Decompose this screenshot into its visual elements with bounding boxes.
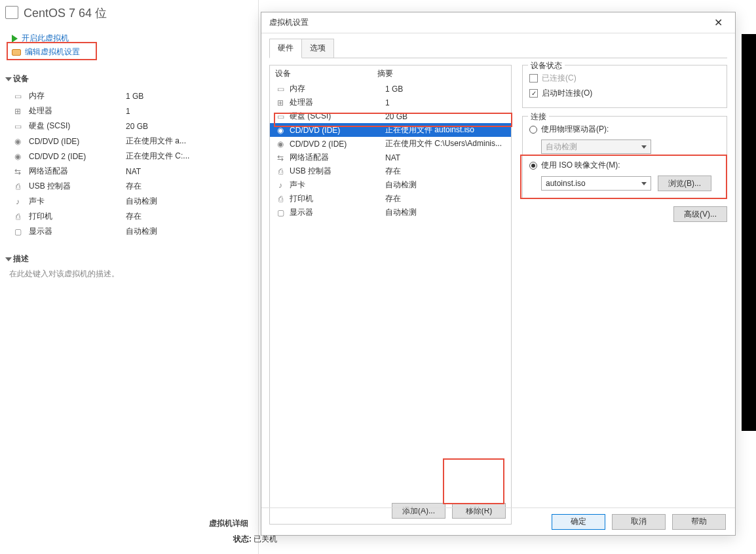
device-icon [12, 227, 24, 236]
device-settings-pane: 设备状态 已连接(C) ✓ 启动时连接(O) 连接 使用物理驱动器(P): 自动… [512, 65, 727, 525]
hw-name: 显示器 [290, 207, 381, 218]
vm-settings-dialog: 虚拟机设置 ✕ 硬件 选项 设备 摘要 内存 1 GB 处理器 1 硬盘 (SC… [261, 12, 736, 536]
hw-name: USB 控制器 [290, 166, 381, 177]
hardware-row[interactable]: CD/DVD (IDE) 正在使用文件 autoinst.iso [270, 123, 511, 137]
connected-checkbox-row: 已连接(C) [529, 71, 720, 86]
device-icon [12, 182, 24, 191]
hardware-row[interactable]: USB 控制器 存在 [270, 164, 511, 178]
hw-name: 声卡 [290, 179, 381, 191]
advanced-button[interactable]: 高级(V)... [673, 206, 727, 222]
hardware-row[interactable]: 硬盘 (SCSI) 20 GB [270, 109, 511, 123]
hw-summary: 1 [385, 98, 506, 107]
hardware-row[interactable]: 处理器 1 [270, 96, 511, 109]
collapse-icon [5, 77, 12, 81]
device-state-legend: 设备状态 [528, 60, 565, 71]
device-icon [12, 92, 24, 101]
hardware-list[interactable]: 内存 1 GB 处理器 1 硬盘 (SCSI) 20 GB CD/DVD (ID… [270, 82, 511, 498]
hw-summary: 自动检测 [385, 179, 506, 191]
device-icon [12, 137, 24, 146]
connection-group: 连接 使用物理驱动器(P): 自动检测 使用 ISO 映像文件(M): auto… [522, 116, 727, 198]
use-physical-radio[interactable]: 使用物理驱动器(P): [529, 122, 720, 137]
device-value: 自动检测 [126, 226, 157, 237]
checkbox-icon [529, 74, 538, 83]
device-icon [275, 194, 286, 204]
device-icon [12, 152, 24, 161]
description-header[interactable]: 描述 [7, 253, 258, 265]
device-row[interactable]: 声卡 自动检测 [12, 194, 258, 209]
physical-drive-combo: 自动检测 [541, 139, 651, 154]
device-icon [275, 112, 286, 121]
device-row[interactable]: 网络适配器 NAT [12, 164, 258, 179]
device-name: 打印机 [29, 211, 121, 222]
vm-title: CentOS 7 64 位 [24, 5, 107, 21]
device-name: 处理器 [29, 105, 121, 117]
use-iso-radio[interactable]: 使用 ISO 映像文件(M): [529, 158, 720, 173]
description-placeholder[interactable]: 在此处键入对该虚拟机的描述。 [7, 268, 258, 280]
col-device: 设备 [275, 68, 377, 79]
device-name: 显示器 [29, 226, 121, 237]
checkbox-icon: ✓ [529, 89, 538, 98]
hw-name: 处理器 [290, 97, 381, 108]
hw-summary: 正在使用文件 C:\Users\Adminis... [385, 138, 506, 149]
cancel-button[interactable]: 取消 [612, 514, 666, 530]
device-value: 存在 [126, 181, 142, 192]
vm-tab-icon [7, 7, 18, 19]
hardware-row[interactable]: 打印机 存在 [270, 192, 511, 206]
vm-summary-panel: CentOS 7 64 位 开启此虚拟机 编辑虚拟机设置 设备 内存 1 GB … [0, 0, 259, 554]
device-value: 1 [126, 107, 130, 116]
device-state-group: 设备状态 已连接(C) ✓ 启动时连接(O) [522, 65, 727, 108]
device-icon [12, 167, 24, 176]
vm-details-header[interactable]: 虚拟机详细 [206, 518, 248, 529]
device-row[interactable]: CD/DVD (IDE) 正在使用文件 a... [12, 134, 258, 149]
edit-settings-label: 编辑虚拟机设置 [25, 46, 80, 58]
hw-name: CD/DVD 2 (IDE) [290, 139, 381, 149]
collapse-icon [5, 257, 12, 261]
iso-path-combo[interactable]: autoinst.iso [541, 176, 651, 191]
device-value: NAT [126, 167, 141, 176]
hardware-row[interactable]: 内存 1 GB [270, 82, 511, 96]
status-label: 状态: [233, 534, 252, 544]
tab-hardware[interactable]: 硬件 [269, 39, 302, 58]
device-name: 硬盘 (SCSI) [29, 120, 121, 132]
connect-at-start-checkbox[interactable]: ✓ 启动时连接(O) [529, 86, 720, 101]
device-row[interactable]: 内存 1 GB [12, 88, 258, 103]
hw-summary: 正在使用文件 autoinst.iso [385, 124, 506, 136]
power-on-link[interactable]: 开启此虚拟机 [12, 31, 258, 45]
device-value: 自动检测 [126, 196, 157, 207]
hardware-list-pane: 设备 摘要 内存 1 GB 处理器 1 硬盘 (SCSI) 20 GB CD/D… [269, 65, 512, 525]
device-value: 正在使用文件 a... [126, 136, 186, 147]
tab-options[interactable]: 选项 [301, 39, 334, 58]
status-value: 已关机 [254, 534, 277, 544]
device-row[interactable]: CD/DVD 2 (IDE) 正在使用文件 C:... [12, 149, 258, 164]
hw-summary: NAT [385, 153, 506, 162]
close-button[interactable]: ✕ [705, 14, 731, 32]
hw-name: 硬盘 (SCSI) [290, 111, 381, 122]
devices-header[interactable]: 设备 [7, 73, 258, 84]
device-row[interactable]: 打印机 存在 [12, 209, 258, 224]
hardware-row[interactable]: CD/DVD 2 (IDE) 正在使用文件 C:\Users\Adminis..… [270, 137, 511, 151]
hw-name: 网络适配器 [290, 152, 381, 163]
hardware-row[interactable]: 声卡 自动检测 [270, 178, 511, 192]
device-name: CD/DVD (IDE) [29, 137, 121, 146]
play-icon [12, 35, 18, 43]
device-name: 内存 [29, 90, 121, 102]
hardware-row[interactable]: 网络适配器 NAT [270, 151, 511, 164]
edit-settings-link[interactable]: 编辑虚拟机设置 [12, 45, 258, 59]
dialog-titlebar[interactable]: 虚拟机设置 ✕ [261, 12, 735, 33]
hw-name: 内存 [290, 83, 381, 94]
device-row[interactable]: USB 控制器 存在 [12, 179, 258, 194]
console-area [742, 34, 756, 431]
device-name: CD/DVD 2 (IDE) [29, 152, 121, 161]
device-icon [12, 197, 24, 206]
hardware-row[interactable]: 显示器 自动检测 [270, 206, 511, 219]
device-row[interactable]: 处理器 1 [12, 103, 258, 119]
wrench-icon [12, 49, 21, 56]
col-summary: 摘要 [377, 68, 393, 79]
browse-button[interactable]: 浏览(B)... [658, 175, 711, 191]
device-row[interactable]: 显示器 自动检测 [12, 224, 258, 239]
hw-summary: 存在 [385, 193, 506, 204]
device-row[interactable]: 硬盘 (SCSI) 20 GB [12, 119, 258, 134]
ok-button[interactable]: 确定 [552, 514, 605, 530]
hw-summary: 1 GB [385, 84, 506, 94]
help-button[interactable]: 帮助 [672, 514, 726, 530]
